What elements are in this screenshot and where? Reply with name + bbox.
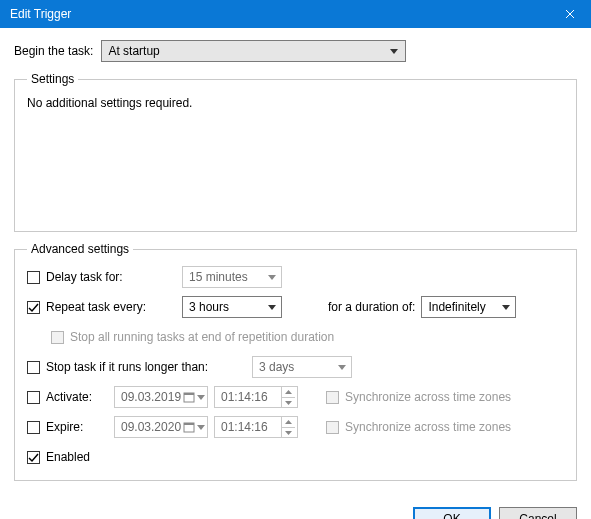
chevron-down-icon (499, 305, 513, 310)
expire-label: Expire: (46, 420, 108, 434)
chevron-down-icon (197, 425, 205, 430)
svg-rect-1 (184, 393, 194, 395)
ok-label: OK (443, 512, 460, 519)
spin-up-icon[interactable] (281, 387, 295, 397)
enabled-label: Enabled (46, 450, 90, 464)
stop-longer-checkbox[interactable] (27, 361, 40, 374)
stop-longer-label: Stop task if it runs longer than: (46, 360, 246, 374)
expire-date-value: 09.03.2020 (121, 420, 181, 434)
window-title: Edit Trigger (10, 7, 549, 21)
activate-date-field[interactable]: 09.03.2019 (114, 386, 208, 408)
activate-checkbox[interactable] (27, 391, 40, 404)
repeat-value-select[interactable]: 3 hours (182, 296, 282, 318)
begin-task-value: At startup (108, 44, 387, 58)
expire-time-spinner[interactable] (281, 417, 295, 437)
chevron-down-icon (265, 275, 279, 280)
expire-checkbox[interactable] (27, 421, 40, 434)
expire-date-field[interactable]: 09.03.2020 (114, 416, 208, 438)
spin-down-icon[interactable] (281, 427, 295, 437)
repeat-value: 3 hours (189, 300, 265, 314)
repeat-label: Repeat task every: (46, 300, 176, 314)
delay-label: Delay task for: (46, 270, 176, 284)
settings-legend: Settings (27, 72, 78, 86)
settings-message: No additional settings required. (27, 96, 564, 110)
stop-longer-value: 3 days (259, 360, 335, 374)
titlebar: Edit Trigger (0, 0, 591, 28)
begin-label: Begin the task: (14, 44, 93, 58)
svg-rect-3 (184, 423, 194, 425)
spin-down-icon[interactable] (281, 397, 295, 407)
activate-time-value: 01:14:16 (221, 390, 279, 404)
calendar-icon (183, 421, 195, 433)
delay-value: 15 minutes (189, 270, 265, 284)
spin-up-icon[interactable] (281, 417, 295, 427)
duration-select[interactable]: Indefinitely (421, 296, 516, 318)
duration-value: Indefinitely (428, 300, 499, 314)
cancel-label: Cancel (519, 512, 556, 519)
cancel-button[interactable]: Cancel (499, 507, 577, 519)
activate-time-spinner[interactable] (281, 387, 295, 407)
close-button[interactable] (549, 0, 591, 28)
settings-group: Settings No additional settings required… (14, 72, 577, 232)
chevron-down-icon (387, 49, 401, 54)
activate-sync-checkbox (326, 391, 339, 404)
stop-at-end-checkbox (51, 331, 64, 344)
duration-label: for a duration of: (328, 300, 415, 314)
expire-sync-label: Synchronize across time zones (345, 420, 511, 434)
stop-at-end-label: Stop all running tasks at end of repetit… (70, 330, 334, 344)
stop-longer-select[interactable]: 3 days (252, 356, 352, 378)
advanced-settings-group: Advanced settings Delay task for: 15 min… (14, 242, 577, 481)
advanced-legend: Advanced settings (27, 242, 133, 256)
activate-sync-label: Synchronize across time zones (345, 390, 511, 404)
enabled-checkbox[interactable] (27, 451, 40, 464)
ok-button[interactable]: OK (413, 507, 491, 519)
delay-checkbox[interactable] (27, 271, 40, 284)
delay-value-select[interactable]: 15 minutes (182, 266, 282, 288)
close-icon (565, 9, 575, 19)
repeat-checkbox[interactable] (27, 301, 40, 314)
expire-time-value: 01:14:16 (221, 420, 279, 434)
activate-date-value: 09.03.2019 (121, 390, 181, 404)
chevron-down-icon (335, 365, 349, 370)
chevron-down-icon (197, 395, 205, 400)
activate-label: Activate: (46, 390, 108, 404)
chevron-down-icon (265, 305, 279, 310)
calendar-icon (183, 391, 195, 403)
expire-time-field[interactable]: 01:14:16 (214, 416, 298, 438)
activate-time-field[interactable]: 01:14:16 (214, 386, 298, 408)
begin-task-select[interactable]: At startup (101, 40, 406, 62)
expire-sync-checkbox (326, 421, 339, 434)
